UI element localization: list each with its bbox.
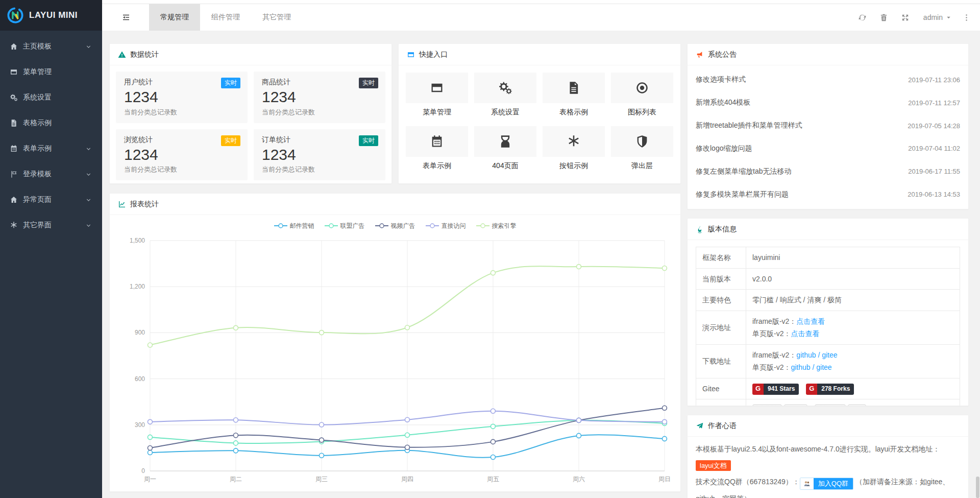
- legend-item-0[interactable]: 邮件营销: [274, 222, 314, 230]
- quick-item-0[interactable]: 菜单管理: [406, 73, 468, 117]
- collapse-sidebar-button[interactable]: [115, 4, 137, 31]
- join-qq-group-button[interactable]: 加入QQ群: [800, 478, 853, 490]
- home-icon: [10, 42, 18, 51]
- report-panel-header: 报表统计: [110, 194, 680, 215]
- legend-marker: [426, 223, 439, 229]
- download-gitee-link-2[interactable]: gitee: [816, 363, 831, 371]
- send-icon: [696, 422, 704, 430]
- quick-item-5[interactable]: 404页面: [474, 126, 536, 171]
- top-header: 常规管理组件管理其它管理 admin: [102, 0, 980, 31]
- gitee-stars-badge[interactable]: G941 Stars: [752, 384, 799, 395]
- table-row: 当前版本 v2.0.0: [696, 268, 960, 290]
- calendar-icon: [10, 145, 18, 153]
- table-row: 演示地址 iframe版-v2：点击查看 单页版-v2：点击查看: [696, 311, 960, 344]
- svg-text:600: 600: [135, 375, 145, 383]
- author-line2-prefix: 技术交流QQ群（667813249）：: [696, 478, 800, 486]
- quick-item-3[interactable]: 图标列表: [611, 73, 673, 117]
- sidebar-item-2[interactable]: 系统设置: [0, 85, 102, 110]
- layui-doc-badge[interactable]: layui文档: [696, 460, 731, 471]
- user-menu[interactable]: admin: [916, 13, 959, 21]
- quick-item-label: 系统设置: [474, 108, 536, 117]
- svg-text:周一: 周一: [144, 476, 156, 483]
- framework-value: layuimini: [746, 247, 960, 269]
- gitee-stars-text: 941 Stars: [764, 384, 799, 395]
- sidebar-item-label: 异常页面: [23, 195, 85, 204]
- scrollbar-thumb[interactable]: [976, 477, 979, 498]
- notice-row-3[interactable]: 修改logo缩放问题2019-07-04 11:02: [696, 144, 960, 153]
- demo-label: 演示地址: [696, 311, 746, 344]
- sidebar-item-5[interactable]: 登录模板: [0, 161, 102, 187]
- quick-item-1[interactable]: 系统设置: [474, 73, 536, 117]
- svg-text:周四: 周四: [401, 476, 413, 483]
- legend-label: 联盟广告: [340, 222, 365, 230]
- github-fork-count[interactable]: 440: [848, 405, 866, 406]
- tab-2[interactable]: 其它管理: [251, 4, 302, 31]
- github-label: Github: [696, 399, 746, 407]
- layui-mini-logo-icon: [7, 7, 24, 24]
- fire-icon: [696, 225, 704, 233]
- legend-item-3[interactable]: 直接访问: [426, 222, 466, 230]
- sidebar-item-6[interactable]: 异常页面: [0, 187, 102, 212]
- sidebar-item-4[interactable]: 表单示例: [0, 136, 102, 161]
- join-qq-label: 加入QQ群: [814, 478, 853, 489]
- asterisk-icon: [567, 134, 581, 149]
- legend-item-2[interactable]: 视频广告: [375, 222, 415, 230]
- gitee-label: Gitee: [696, 378, 746, 399]
- quick-item-7[interactable]: 弹出层: [611, 126, 673, 171]
- svg-text:周六: 周六: [573, 476, 585, 483]
- download-gitee-link-1[interactable]: gitee: [822, 351, 837, 359]
- more-menu-button[interactable]: [959, 13, 974, 22]
- quick-tile: [611, 126, 673, 157]
- qq-group-icon: [800, 478, 814, 489]
- quick-item-6[interactable]: 按钮示例: [543, 126, 605, 171]
- table-row: 框架名称 layuimini: [696, 247, 960, 269]
- gitee-forks-badge[interactable]: G278 Forks: [806, 384, 854, 395]
- chevron-down-icon: [85, 171, 92, 178]
- quick-tile: [406, 73, 468, 103]
- svg-text:周五: 周五: [487, 476, 499, 483]
- svg-text:1,500: 1,500: [130, 237, 145, 244]
- demo-link-iframe[interactable]: 点击查看: [796, 317, 825, 325]
- github-fork-label: Fork: [828, 405, 841, 406]
- calendar-icon: [430, 134, 444, 149]
- notice-title: 修复多模块菜单栏展开有问题: [696, 190, 789, 199]
- demo-line2-prefix: 单页版-v2：: [752, 329, 791, 338]
- sidebar-item-3[interactable]: 表格示例: [0, 110, 102, 136]
- notice-row-0[interactable]: 修改选项卡样式2019-07-11 23:06: [696, 75, 960, 84]
- github-star-button[interactable]: Star: [752, 405, 782, 406]
- quick-item-2[interactable]: 表格示例: [543, 73, 605, 117]
- download-label: 下载地址: [696, 344, 746, 378]
- quick-item-4[interactable]: 表单示例: [406, 126, 468, 171]
- quick-entry-panel: 快捷入口 菜单管理系统设置表格示例图标列表表单示例404页面按钮示例弹出层: [398, 43, 681, 184]
- status-badge: 实时: [221, 135, 240, 146]
- tab-0[interactable]: 常规管理: [149, 4, 200, 31]
- refresh-button[interactable]: [852, 13, 873, 22]
- quick-item-label: 弹出层: [611, 161, 673, 171]
- github-fork-button[interactable]: Fork: [815, 405, 846, 406]
- version-panel: 版本信息 框架名称 layuimini 当前版本 v2.0.0 主要特色 零门槛…: [687, 218, 969, 406]
- sidebar-item-7[interactable]: 其它界面: [0, 212, 102, 238]
- demo-link-single[interactable]: 点击查看: [791, 329, 819, 338]
- trash-button[interactable]: [873, 13, 895, 22]
- legend-item-4[interactable]: 搜索引擎: [476, 222, 517, 230]
- sidebar-item-0[interactable]: 主页模板: [0, 34, 102, 59]
- stat-sublabel: 当前分类总记录数: [124, 165, 239, 174]
- notice-title: 修改选项卡样式: [696, 75, 746, 84]
- tab-1[interactable]: 组件管理: [200, 4, 251, 31]
- status-badge: 实时: [359, 78, 378, 88]
- legend-item-1[interactable]: 联盟广告: [325, 222, 365, 230]
- notice-row-5[interactable]: 修复多模块菜单栏展开有问题2019-06-13 14:53: [696, 190, 960, 199]
- svg-text:1,200: 1,200: [130, 283, 145, 290]
- notice-row-4[interactable]: 修复左侧菜单缩放tab无法移动2019-06-17 11:55: [696, 167, 960, 176]
- chevron-down-icon: [85, 197, 92, 203]
- notice-row-2[interactable]: 新增treetable插件和菜单管理样式2019-07-05 14:28: [696, 121, 960, 130]
- notice-title: 新增treetable插件和菜单管理样式: [696, 121, 802, 130]
- author-text: 本模板基于layui2.5.4以及font-awesome-4.7.0进行实现。…: [688, 437, 968, 498]
- app-logo[interactable]: LAYUI MINI: [0, 0, 102, 31]
- github-star-count[interactable]: 1,419: [784, 405, 807, 406]
- download-github-link-2[interactable]: github: [791, 363, 810, 371]
- download-github-link-1[interactable]: github: [796, 351, 816, 359]
- notice-row-1[interactable]: 新增系统404模板2019-07-11 12:57: [696, 98, 960, 107]
- expand-button[interactable]: [895, 13, 916, 22]
- sidebar-item-1[interactable]: 菜单管理: [0, 59, 102, 85]
